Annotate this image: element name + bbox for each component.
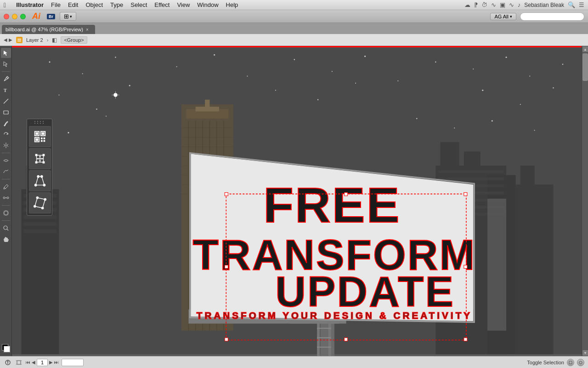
menu-extras-icon[interactable]: ☰ [579,1,584,8]
svg-point-19 [49,61,50,63]
page-number-input[interactable] [37,359,48,366]
group-label[interactable]: <Group> [61,36,87,44]
apple-menu[interactable]:  [4,1,6,9]
bottom-btn-2[interactable] [577,359,584,366]
svg-point-149 [43,184,46,187]
svg-point-44 [68,132,69,133]
rotate-tool-button[interactable] [1,129,11,139]
next-next-page-button[interactable]: ⏭ [54,360,59,365]
close-window-button[interactable] [4,14,9,19]
menu-file[interactable]: File [47,0,64,10]
tool-separator-5 [2,220,10,221]
svg-rect-60 [24,222,57,226]
svg-point-33 [562,64,563,65]
tool-separator-3 [2,179,10,179]
svg-rect-134 [41,138,43,139]
svg-point-20 [82,73,83,74]
wifi-icon: ∿ [509,1,514,8]
scroll-thumb[interactable] [582,53,588,81]
svg-rect-11 [4,211,8,215]
svg-point-8 [3,197,5,199]
svg-rect-137 [44,140,45,142]
warp-tool-button[interactable] [1,167,11,177]
display-icon: ▣ [500,1,505,8]
svg-point-48 [492,120,493,121]
free-distort-panel-button[interactable] [29,192,51,213]
bottom-btn-1[interactable] [567,359,574,366]
zoom-tool-button[interactable] [1,223,11,233]
svg-rect-1 [17,39,21,40]
svg-line-17 [7,229,8,230]
ag-all-button[interactable]: AG All ▾ [490,13,516,20]
perspective-distort-panel-button[interactable] [29,170,51,191]
menu-window[interactable]: Window [193,0,222,10]
svg-rect-119 [225,193,228,196]
free-transform-panel-button[interactable] [29,126,51,147]
svg-point-27 [364,56,366,57]
scroll-track[interactable] [582,52,588,350]
svg-rect-165 [569,361,572,364]
svg-rect-141 [35,161,38,164]
menu-effect[interactable]: Effect [151,0,173,10]
svg-point-36 [129,85,130,86]
svg-point-41 [520,104,521,105]
tab-bar: billboard.ai @ 47% (RGB/Preview) × [0,23,588,34]
prev-page-button[interactable]: ◀ [32,360,35,365]
direct-select-tool-button[interactable] [1,59,11,69]
constrain-panel-button[interactable] [29,148,51,169]
minimize-window-button[interactable] [12,14,17,19]
artboard-button[interactable] [15,358,23,367]
right-scrollbar: ▲ ▼ [582,46,588,356]
menu-view[interactable]: View [173,0,193,10]
zoom-input[interactable]: 47% [62,359,84,366]
tab-close-button[interactable]: × [86,27,89,32]
type-tool-button[interactable]: T [1,85,11,95]
menu-select[interactable]: Select [127,0,151,10]
layer-name: Layer 2 [26,37,43,43]
blend-tool-button[interactable] [1,193,11,203]
cloud-icon: ☁ [464,1,470,8]
next-page-button[interactable]: ▶ [49,360,53,365]
maximize-window-button[interactable] [20,14,26,19]
bluetooth-icon: ∿ [491,1,496,8]
rectangle-tool-button[interactable] [1,107,11,117]
svg-text:FREE: FREE [263,178,401,233]
nav-back-button[interactable]: ◀ [4,37,7,42]
svg-point-153 [34,205,36,208]
scroll-down-button[interactable]: ▼ [582,350,588,356]
line-tool-button[interactable] [1,96,11,106]
menu-help[interactable]: Help [222,0,242,10]
main-layout: T [0,46,588,356]
br-badge[interactable]: Br [47,14,55,19]
scroll-up-button[interactable]: ▲ [582,46,588,52]
search-icon[interactable]: 🔍 [568,1,575,8]
artboard-top-border [12,46,582,47]
workspace-button[interactable]: ⊞ ▾ [60,12,76,21]
svg-rect-63 [441,142,459,170]
artboard-tool-button[interactable] [1,208,11,218]
nav-forward-button[interactable]: ▶ [9,37,12,42]
prev-prev-page-button[interactable]: ⏮ [26,360,30,365]
menu-illustrator[interactable]: Illustrator [12,0,47,10]
menu-object[interactable]: Object [82,0,107,10]
info-button[interactable] [4,358,12,367]
fill-stroke-indicator[interactable] [1,343,11,353]
search-input[interactable] [520,12,584,21]
svg-point-31 [505,57,507,58]
eyedropper-tool-button[interactable] [1,182,11,192]
pen-tool-button[interactable] [1,74,11,84]
canvas-area[interactable]: FREE FREE TRANSFORM TRANSFORM UPDATE UPD… [12,46,582,356]
active-tab[interactable]: billboard.ai @ 47% (RGB/Preview) × [2,25,95,34]
menu-type[interactable]: Type [107,0,127,10]
svg-rect-6 [4,111,8,114]
panel-grip [29,121,50,124]
svg-point-150 [40,175,43,178]
reflect-tool-button[interactable] [1,140,11,150]
menu-edit[interactable]: Edit [64,0,82,10]
svg-marker-152 [35,198,45,208]
paintbrush-tool-button[interactable] [1,118,11,128]
select-tool-button[interactable] [1,48,11,58]
hand-tool-button[interactable] [1,234,11,244]
width-tool-button[interactable] [1,155,11,166]
tab-title: billboard.ai @ 47% (RGB/Preview) [6,27,83,32]
